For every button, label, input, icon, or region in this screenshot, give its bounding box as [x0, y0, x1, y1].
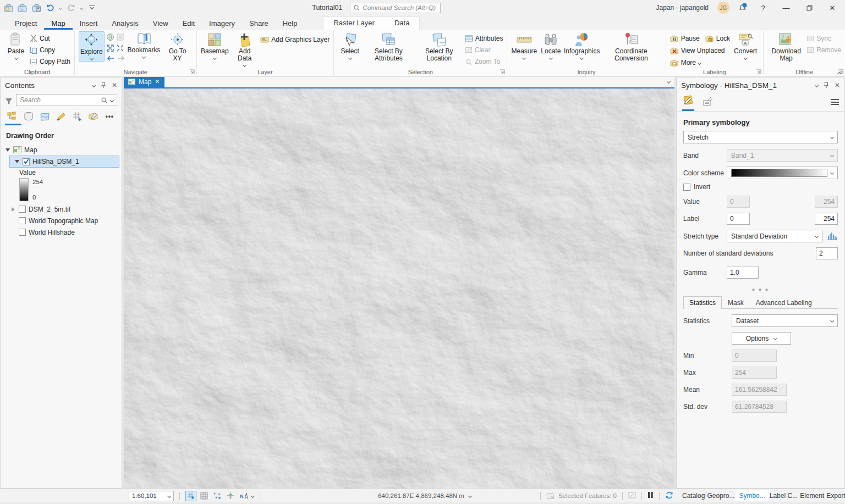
- save-as-icon[interactable]: [31, 2, 42, 13]
- tab-help[interactable]: Help: [276, 16, 305, 30]
- dock-tab-geoprocessing[interactable]: Geopro...: [706, 490, 736, 501]
- snapping-toggle-icon[interactable]: [185, 491, 196, 501]
- tab-edit[interactable]: Edit: [175, 16, 202, 30]
- dock-tab-export[interactable]: Export: [825, 490, 845, 501]
- north-arrow-icon[interactable]: N: [238, 491, 249, 501]
- select-dropdown-icon[interactable]: [348, 56, 352, 60]
- symbology-close-icon[interactable]: ✕: [835, 81, 840, 89]
- invert-checkbox[interactable]: [683, 184, 690, 191]
- more-content-views-icon[interactable]: •••: [103, 110, 116, 123]
- symbology-menu-chevron-icon[interactable]: [815, 83, 819, 87]
- restore-button[interactable]: [802, 2, 816, 13]
- layer1-checkbox[interactable]: [23, 158, 30, 165]
- snap-to-points-icon[interactable]: [212, 491, 223, 501]
- map-canvas[interactable]: [124, 88, 674, 489]
- contents-search-input[interactable]: Search: [16, 94, 117, 106]
- view-tabs-chevron-icon[interactable]: [667, 80, 671, 84]
- signed-in-account[interactable]: Japan - japangold: [656, 4, 709, 12]
- dock-tab-label-class[interactable]: Label C...: [769, 490, 799, 501]
- undo-dropdown-icon[interactable]: [59, 6, 63, 10]
- stretch-type-select[interactable]: Standard Deviation: [727, 230, 822, 242]
- customize-qat-icon[interactable]: [86, 2, 97, 13]
- layer2-checkbox[interactable]: [19, 206, 26, 213]
- add-data-button[interactable]: Add Data: [231, 31, 259, 68]
- add-data-dropdown-icon[interactable]: [243, 63, 246, 67]
- cut-button[interactable]: Cut: [30, 34, 70, 43]
- labeling-more-button[interactable]: More: [670, 58, 730, 68]
- basemap-button[interactable]: Basemap: [201, 31, 229, 60]
- statistics-source-select[interactable]: Dataset: [732, 314, 838, 327]
- explore-button[interactable]: Explore: [79, 31, 105, 62]
- snapping-chevron-icon[interactable]: [251, 494, 255, 497]
- contents-close-icon[interactable]: ✕: [112, 81, 117, 89]
- tree-item-world-hillshade[interactable]: World Hillshade: [1, 226, 122, 238]
- labeling-pause-button[interactable]: Pause: [670, 34, 700, 43]
- tree-item-hillsha-dsm-1[interactable]: HillSha_DSM_1: [9, 156, 119, 168]
- select-by-location-button[interactable]: Select By Location: [415, 31, 463, 63]
- statistics-options-button[interactable]: Options: [732, 332, 791, 345]
- pin-icon[interactable]: [824, 82, 829, 88]
- expander-open-icon[interactable]: [15, 160, 19, 163]
- convert-dropdown-icon[interactable]: [744, 56, 748, 60]
- grid-icon[interactable]: [199, 491, 210, 501]
- download-map-button[interactable]: Download Map: [767, 31, 805, 63]
- redo-dropdown-icon[interactable]: [80, 6, 84, 10]
- go-to-xy-button[interactable]: Go To XY: [163, 31, 193, 63]
- tree-item-dsm-2-5m[interactable]: DSM_2_5m.tif: [1, 203, 122, 215]
- undo-icon[interactable]: [46, 2, 56, 13]
- tab-map[interactable]: Map: [44, 16, 72, 30]
- map-notification-icon[interactable]: [628, 492, 636, 500]
- labels-tab-icon[interactable]: [701, 96, 714, 110]
- num-std-dev-input[interactable]: 2: [816, 247, 838, 259]
- tab-view[interactable]: View: [146, 16, 175, 30]
- previous-extent-icon[interactable]: [106, 55, 115, 63]
- list-by-editing-icon[interactable]: [54, 110, 67, 123]
- navigate-launcher-icon[interactable]: [189, 69, 195, 75]
- list-by-selection-icon[interactable]: [39, 110, 51, 123]
- measure-button[interactable]: Measure: [511, 31, 537, 60]
- add-graphics-layer-button[interactable]: Add Graphics Layer: [260, 35, 330, 45]
- pin-icon[interactable]: [101, 82, 106, 88]
- tab-insert[interactable]: Insert: [73, 16, 105, 30]
- bookmarks-button[interactable]: Bookmarks: [127, 31, 161, 59]
- panel-splitter-handle[interactable]: ● ● ●: [683, 285, 838, 296]
- fixed-zoom-icon[interactable]: [116, 44, 124, 54]
- gamma-input[interactable]: 1.0: [727, 267, 759, 279]
- layer3-checkbox[interactable]: [19, 217, 26, 224]
- histogram-icon[interactable]: [827, 231, 838, 242]
- coords-chevron-icon[interactable]: [468, 494, 472, 497]
- symbology-type-select[interactable]: Stretch: [683, 131, 838, 143]
- list-by-data-source-icon[interactable]: [22, 110, 35, 123]
- refresh-icon[interactable]: [665, 491, 673, 501]
- dock-tab-symbology[interactable]: Symbo...: [736, 490, 768, 501]
- color-scheme-select[interactable]: [727, 167, 838, 179]
- list-by-snapping-icon[interactable]: [71, 110, 84, 123]
- expander-open-icon[interactable]: [6, 148, 10, 152]
- open-project-icon[interactable]: [3, 2, 14, 13]
- previous-extent-globe-icon[interactable]: [106, 33, 114, 43]
- coordinate-conversion-button[interactable]: Coordinate Conversion: [601, 31, 662, 63]
- list-by-labeling-icon[interactable]: [87, 110, 100, 123]
- avatar[interactable]: JG: [717, 2, 729, 14]
- list-by-drawing-order-icon[interactable]: [6, 110, 19, 123]
- close-button[interactable]: ✕: [825, 2, 839, 13]
- tab-project[interactable]: Project: [8, 16, 44, 30]
- tab-advanced-labeling[interactable]: Advanced Labeling: [750, 296, 818, 309]
- full-extent-icon[interactable]: [106, 44, 114, 54]
- dock-tab-catalog[interactable]: Catalog: [681, 490, 706, 501]
- tab-share[interactable]: Share: [242, 16, 276, 30]
- measure-dropdown-icon[interactable]: [522, 56, 526, 60]
- notifications-icon[interactable]: [738, 3, 747, 13]
- primary-symbology-tab-icon[interactable]: [682, 95, 694, 111]
- minimize-button[interactable]: —: [779, 2, 793, 13]
- tab-statistics[interactable]: Statistics: [683, 296, 722, 309]
- command-search-input[interactable]: Command Search (Alt+Q): [350, 3, 441, 13]
- tree-item-map[interactable]: Map: [1, 144, 122, 156]
- save-project-icon[interactable]: [18, 2, 28, 13]
- labeling-launcher-icon[interactable]: [756, 69, 761, 75]
- close-map-tab-icon[interactable]: ✕: [155, 78, 160, 85]
- paste-dropdown-icon[interactable]: [14, 56, 18, 60]
- map-view-tab[interactable]: Map ✕: [124, 76, 164, 87]
- copy-path-button[interactable]: Copy Path: [30, 57, 70, 67]
- next-extent-icon[interactable]: [117, 55, 125, 63]
